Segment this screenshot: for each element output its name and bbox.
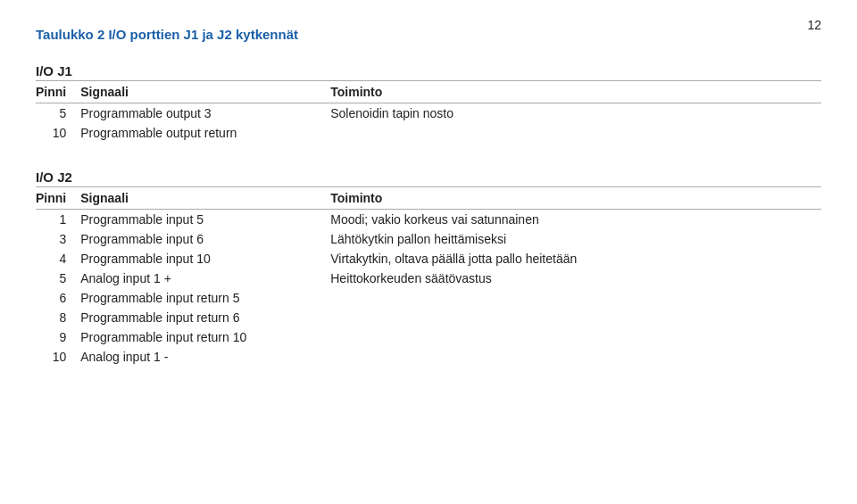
cell-pin: 10 xyxy=(36,123,80,143)
section-j2: I/O J2 Pinni Signaali Toiminto 1 Program… xyxy=(36,169,821,367)
cell-signal: Programmable input return 5 xyxy=(80,288,330,308)
j1-col-signal-header: Signaali xyxy=(80,81,330,103)
j2-col-function-header: Toiminto xyxy=(330,187,821,210)
cell-pin: 10 xyxy=(36,347,80,367)
table-row: 1 Programmable input 5 Moodi; vakio kork… xyxy=(36,210,821,230)
table-row: 8 Programmable input return 6 xyxy=(36,308,821,327)
table-row: 6 Programmable input return 5 xyxy=(36,288,821,308)
table-row: 10 Analog input 1 - xyxy=(36,347,821,367)
cell-signal: Programmable input return 6 xyxy=(80,308,330,327)
table-row: 3 Programmable input 6 Lähtökytkin pallo… xyxy=(36,229,821,249)
cell-pin: 6 xyxy=(36,288,80,308)
section-j1: I/O J1 Pinni Signaali Toiminto 5 Program… xyxy=(36,63,821,143)
cell-function: Lähtökytkin pallon heittämiseksi xyxy=(330,229,821,249)
cell-signal: Programmable output return xyxy=(80,123,330,143)
table-row: 4 Programmable input 10 Virtakytkin, olt… xyxy=(36,249,821,269)
table-j1: Pinni Signaali Toiminto 5 Programmable o… xyxy=(36,80,821,143)
cell-signal: Analog input 1 - xyxy=(80,347,330,367)
page-title: Taulukko 2 I/O porttien J1 ja J2 kytkenn… xyxy=(36,27,821,42)
cell-function: Solenoidin tapin nosto xyxy=(330,103,821,124)
table-row: 5 Programmable output 3 Solenoidin tapin… xyxy=(36,103,821,124)
cell-function: Moodi; vakio korkeus vai satunnainen xyxy=(330,210,821,230)
cell-pin: 3 xyxy=(36,229,80,249)
cell-function: Heittokorkeuden säätövastus xyxy=(330,269,821,288)
cell-pin: 4 xyxy=(36,249,80,269)
cell-function xyxy=(330,288,821,308)
cell-signal: Programmable input return 10 xyxy=(80,327,330,347)
cell-function xyxy=(330,347,821,367)
cell-pin: 5 xyxy=(36,269,80,288)
cell-pin: 1 xyxy=(36,210,80,230)
j2-col-pin-header: Pinni xyxy=(36,187,80,210)
cell-function xyxy=(330,308,821,327)
j1-col-function-header: Toiminto xyxy=(330,81,821,103)
table-j2: Pinni Signaali Toiminto 1 Programmable i… xyxy=(36,186,821,367)
cell-signal: Programmable output 3 xyxy=(80,103,330,124)
j1-col-pin-header: Pinni xyxy=(36,81,80,103)
table-row: 10 Programmable output return xyxy=(36,123,821,143)
cell-pin: 8 xyxy=(36,308,80,327)
section-j1-label: I/O J1 xyxy=(36,63,821,78)
cell-signal: Programmable input 6 xyxy=(80,229,330,249)
table-row: 5 Analog input 1 + Heittokorkeuden säätö… xyxy=(36,269,821,288)
section-j2-label: I/O J2 xyxy=(36,169,821,185)
table-row: 9 Programmable input return 10 xyxy=(36,327,821,347)
page-number: 12 xyxy=(807,18,821,32)
cell-signal: Programmable input 5 xyxy=(80,210,330,230)
cell-pin: 5 xyxy=(36,103,80,124)
cell-function xyxy=(330,327,821,347)
cell-function xyxy=(330,123,821,143)
j2-col-signal-header: Signaali xyxy=(80,187,330,210)
cell-pin: 9 xyxy=(36,327,80,347)
cell-signal: Programmable input 10 xyxy=(80,249,330,269)
cell-function: Virtakytkin, oltava päällä jotta pallo h… xyxy=(330,249,821,269)
cell-signal: Analog input 1 + xyxy=(80,269,330,288)
